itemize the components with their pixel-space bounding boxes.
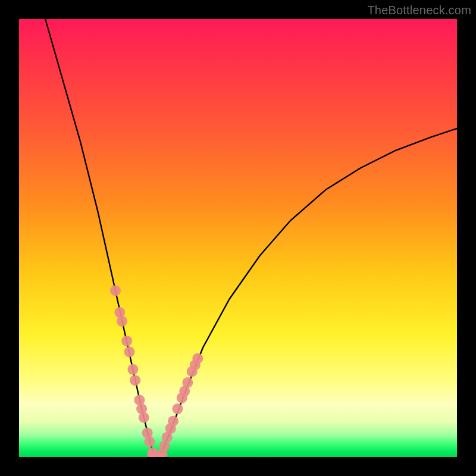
markers-layer — [110, 285, 203, 457]
data-point — [144, 436, 155, 447]
chart-svg — [19, 19, 457, 457]
data-point — [127, 364, 138, 375]
data-point — [168, 416, 178, 427]
data-point — [182, 377, 193, 388]
curve-layer — [45, 19, 457, 457]
data-point — [192, 353, 203, 364]
data-point — [124, 346, 134, 357]
bottleneck-curve — [45, 19, 457, 457]
plot-area — [19, 19, 457, 457]
data-point — [172, 403, 183, 414]
chart-frame: TheBottleneck.com — [0, 0, 476, 476]
data-point — [117, 316, 127, 327]
data-point — [121, 336, 132, 346]
data-point — [130, 375, 140, 386]
watermark-text: TheBottleneck.com — [367, 4, 471, 17]
data-point — [110, 285, 121, 296]
data-point — [139, 412, 149, 423]
